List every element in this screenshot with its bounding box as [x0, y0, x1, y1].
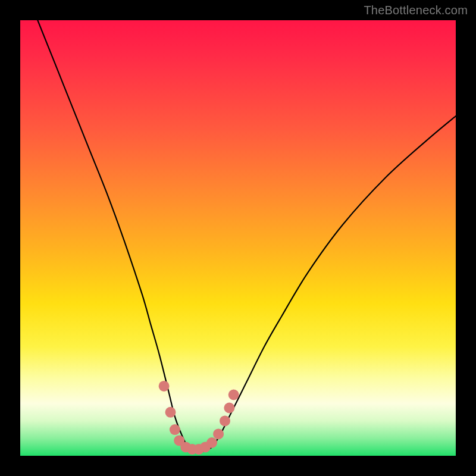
marker-dot — [224, 403, 234, 414]
chart-svg — [20, 20, 456, 456]
marker-dot — [159, 381, 170, 392]
chart-frame: TheBottleneck.com — [0, 0, 476, 476]
bottleneck-curve — [37, 20, 456, 452]
curve-layer — [37, 20, 456, 452]
plot-area — [20, 20, 456, 456]
watermark-text: TheBottleneck.com — [364, 4, 468, 17]
marker-dot — [206, 437, 217, 448]
marker-dots — [159, 381, 239, 455]
marker-dot — [228, 390, 239, 400]
marker-dot — [170, 424, 180, 435]
marker-dot — [213, 428, 224, 439]
marker-dot — [165, 407, 176, 418]
marker-dot — [220, 415, 230, 426]
